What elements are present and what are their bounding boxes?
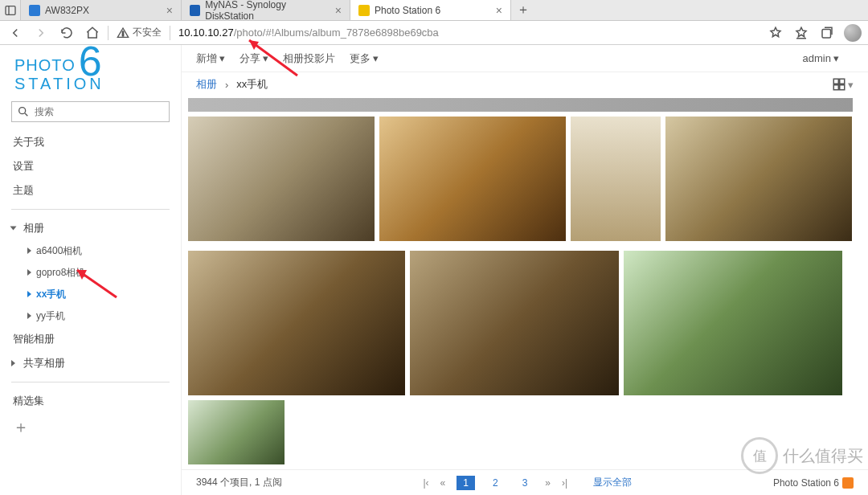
nav-about[interactable]: 关于我 (11, 130, 170, 154)
page-first-button[interactable]: |‹ (423, 477, 428, 489)
svg-point-6 (19, 108, 26, 114)
divider (108, 26, 108, 40)
watermark-text: 什么值得买 (783, 445, 863, 467)
page-number[interactable]: 1 (457, 476, 475, 490)
chevron-down-icon: ▾ (848, 79, 854, 91)
chevron-down-icon: ▾ (263, 52, 268, 64)
sidebar-search[interactable] (11, 101, 170, 122)
page-last-button[interactable]: ›| (562, 477, 567, 489)
back-button[interactable] (5, 22, 26, 43)
browser-tab-0[interactable]: AW832PX × (21, 0, 182, 20)
svg-rect-5 (822, 29, 831, 38)
nav-settings[interactable]: 设置 (11, 154, 170, 178)
divider (11, 209, 170, 210)
photo-thumb[interactable] (188, 117, 375, 241)
add-collection-button[interactable]: ＋ (11, 413, 170, 441)
close-icon[interactable]: × (335, 4, 342, 17)
security-indicator[interactable]: 不安全 (113, 26, 165, 39)
chevron-down-icon (10, 227, 17, 231)
tab-title: Photo Station 6 (375, 5, 440, 16)
svg-line-7 (25, 113, 27, 116)
toolbar-more[interactable]: 更多 ▾ (350, 51, 379, 66)
album-item-a6400[interactable]: a6400相机 (26, 240, 170, 262)
photo-thumb[interactable] (188, 98, 853, 112)
sidebar: PHOTO6 STATION 关于我 设置 主题 相册 a6400相机 gopr… (0, 45, 181, 495)
item-count: 3944 个项目, 1 点阅 (196, 476, 282, 489)
svg-rect-8 (833, 79, 838, 84)
url-path: /photo/#!Albums/album_7878e6898be69cba (234, 27, 439, 39)
watermark-badge: 值 (741, 437, 778, 474)
photo-thumb[interactable] (571, 117, 661, 241)
toolbar-add[interactable]: 新增 ▾ (196, 51, 225, 66)
view-mode-toggle[interactable]: ▾ (832, 77, 854, 92)
home-button[interactable] (82, 22, 103, 43)
breadcrumb-root[interactable]: 相册 (196, 77, 217, 92)
chevron-right-icon (27, 269, 31, 276)
footer-brand: Photo Station 6 (773, 477, 839, 489)
grid-view-icon (832, 77, 846, 92)
new-tab-button[interactable]: ＋ (511, 0, 535, 20)
search-icon (17, 105, 30, 118)
url-input[interactable]: 10.10.10.27/photo/#!Albums/album_7878e68… (175, 27, 760, 39)
watermark: 值 什么值得买 (741, 437, 863, 474)
browser-tab-2[interactable]: Photo Station 6 × (350, 0, 511, 20)
profile-avatar[interactable] (842, 22, 863, 43)
collections-button[interactable] (817, 22, 837, 43)
favorite-button[interactable] (765, 22, 786, 43)
main-panel: 新增 ▾ 分享 ▾ 相册投影片 更多 ▾ admin ▾ 相册 › xx手机 ▾ (181, 45, 868, 495)
album-item-gopro8[interactable]: gopro8相机 (26, 262, 170, 284)
search-input[interactable] (35, 106, 164, 117)
chevron-down-icon: ▾ (219, 52, 225, 64)
window-panel-icon[interactable] (0, 0, 21, 20)
tab-title: MyNAS - Synology DiskStation (205, 0, 330, 22)
album-item-yy[interactable]: yy手机 (26, 305, 170, 327)
photo-grid (182, 96, 868, 469)
nav-shared-header[interactable]: 共享相册 (11, 351, 170, 375)
photo-thumb[interactable] (188, 251, 405, 395)
album-item-xx[interactable]: xx手机 (26, 284, 170, 305)
browser-tab-1[interactable]: MyNAS - Synology DiskStation × (182, 0, 350, 20)
toolbar-slideshow[interactable]: 相册投影片 (283, 51, 335, 66)
svg-rect-0 (6, 6, 15, 14)
close-icon[interactable]: × (496, 4, 502, 17)
show-all-link[interactable]: 显示全部 (593, 476, 632, 489)
user-menu[interactable]: admin ▾ (803, 52, 839, 64)
divider (11, 382, 170, 382)
close-icon[interactable]: × (166, 4, 173, 17)
toolbar-share[interactable]: 分享 ▾ (240, 51, 268, 66)
svg-rect-2 (122, 31, 123, 35)
nav-featured[interactable]: 精选集 (11, 389, 170, 413)
refresh-button[interactable] (56, 22, 77, 43)
address-bar: 不安全 10.10.10.27/photo/#!Albums/album_787… (0, 21, 868, 45)
page-next-button[interactable]: » (545, 477, 551, 489)
photo-thumb[interactable] (188, 400, 285, 464)
page-number[interactable]: 2 (486, 476, 505, 490)
photo-thumb[interactable] (379, 117, 566, 241)
rss-icon[interactable] (842, 477, 854, 489)
photo-thumb[interactable] (665, 117, 852, 241)
chevron-down-icon: ▾ (373, 52, 379, 64)
svg-rect-11 (840, 85, 845, 90)
chevron-down-icon: ▾ (833, 52, 839, 64)
chevron-right-icon (27, 291, 31, 297)
app-body: PHOTO6 STATION 关于我 设置 主题 相册 a6400相机 gopr… (0, 45, 868, 495)
chevron-right-icon (11, 360, 15, 366)
divider (170, 26, 170, 40)
favorites-bar-button[interactable] (791, 22, 812, 43)
photo-thumb[interactable] (410, 251, 619, 395)
app-logo: PHOTO6 STATION (14, 56, 170, 93)
page-prev-button[interactable]: « (440, 477, 446, 489)
forward-button[interactable] (31, 22, 51, 43)
nav-theme[interactable]: 主题 (11, 178, 170, 202)
pager: |‹ « 1 2 3 » ›| 显示全部 (282, 476, 773, 490)
svg-rect-9 (840, 79, 845, 84)
page-number[interactable]: 3 (516, 476, 534, 490)
chevron-right-icon (27, 248, 31, 254)
url-host: 10.10.10.27 (178, 27, 234, 39)
photo-thumb[interactable] (624, 251, 842, 395)
chevron-right-icon (27, 313, 31, 319)
favicon-icon (358, 5, 370, 16)
nav-smart-albums[interactable]: 智能相册 (11, 327, 170, 351)
sidebar-nav: 关于我 设置 主题 相册 a6400相机 gopro8相机 xx手机 yy手机 … (11, 130, 170, 441)
nav-albums-header[interactable]: 相册 (11, 216, 170, 240)
